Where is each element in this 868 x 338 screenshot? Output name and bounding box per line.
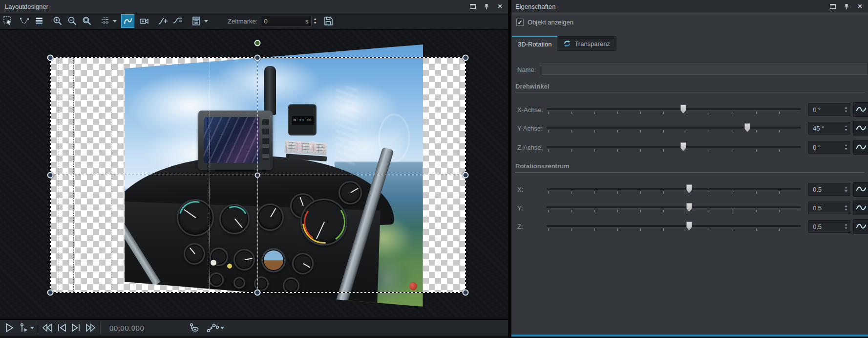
selection-handle-bottom-right[interactable] (463, 290, 469, 296)
selection-handle-middle-right[interactable] (463, 172, 469, 179)
gauge (256, 203, 284, 231)
play-from-marker-button[interactable] (19, 321, 29, 334)
selection-handle-bottom-left[interactable] (47, 290, 54, 296)
slider-track[interactable] (547, 146, 801, 148)
camera-tool-button[interactable] (137, 14, 150, 28)
zentrum-y-slider[interactable] (547, 202, 801, 214)
slider-ticks (548, 149, 801, 152)
value-stepper[interactable]: ▲▼ (842, 223, 850, 230)
x-achse-slider[interactable] (547, 103, 801, 116)
close-icon[interactable]: ✕ (497, 3, 503, 9)
slider-track[interactable] (547, 225, 801, 227)
motion-path-tool-button[interactable] (121, 14, 134, 28)
play-options-dropdown-icon[interactable] (30, 327, 34, 329)
animation-curve-button[interactable] (853, 182, 868, 197)
name-input[interactable] (542, 63, 868, 75)
z-achse-value-box[interactable]: 0 ° ▲▼ (808, 141, 850, 154)
keyframe-path-button[interactable] (207, 321, 219, 334)
zentrum-z-value-box[interactable]: 0.5 ▲▼ (808, 220, 850, 233)
gauge (254, 276, 269, 291)
value-stepper[interactable]: ▲▼ (842, 204, 850, 211)
value-stepper[interactable]: ▲▼ (842, 186, 850, 193)
step-down-icon[interactable]: ▼ (313, 22, 317, 24)
row-label: Y-Achse: (517, 125, 543, 132)
section-title-drehwinkel: Drehwinkel (515, 83, 549, 90)
object-list-button[interactable] (190, 14, 203, 28)
selection-handle-top-right[interactable] (463, 55, 469, 61)
gauge (177, 199, 214, 236)
remove-keyframe-button[interactable] (171, 14, 184, 28)
slider-ticks (548, 228, 801, 231)
keyframe-options-dropdown-icon[interactable] (220, 327, 224, 329)
value-stepper[interactable]: ▲▼ (842, 144, 850, 151)
go-to-start-button[interactable] (56, 321, 67, 334)
gps-buttons (262, 119, 269, 160)
zeitmarke-input[interactable] (261, 18, 305, 25)
y-achse-value-box[interactable]: 45 ° ▲▼ (808, 122, 850, 135)
selection-handle-middle-left[interactable] (47, 172, 54, 179)
zentrum-x-value-box[interactable]: 0.5 ▲▼ (808, 183, 850, 196)
zoom-out-button[interactable] (65, 14, 79, 28)
zentrum-z-slider[interactable] (547, 220, 801, 233)
maximize-icon[interactable] (469, 3, 476, 9)
show-marker-button[interactable] (188, 321, 200, 334)
go-to-end-button[interactable] (70, 321, 82, 334)
zentrum-z-row: Z: 0.5 ▲▼ (511, 220, 868, 233)
add-keyframe-button[interactable] (156, 14, 169, 28)
close-icon[interactable]: ✕ (857, 3, 863, 9)
fast-forward-button[interactable] (85, 321, 97, 334)
object-list-dropdown-icon[interactable] (204, 20, 208, 23)
value-stepper[interactable]: ▲▼ (842, 125, 850, 132)
cockpit-image-object[interactable]: N 33 30 (125, 45, 423, 307)
zoom-fit-button[interactable] (80, 14, 93, 28)
slider-track[interactable] (547, 188, 801, 190)
gps-screen-glare (204, 117, 259, 163)
section-divider (515, 172, 865, 173)
zentrum-x-slider[interactable] (547, 183, 801, 196)
animation-curve-button[interactable] (853, 102, 868, 117)
animation-curve-button[interactable] (853, 121, 868, 135)
animation-curve-button[interactable] (853, 219, 868, 234)
selection-handle-top-center[interactable] (254, 55, 261, 61)
panel-splitter[interactable] (508, 0, 511, 338)
selection-handle-top-left[interactable] (47, 55, 54, 61)
eigenschaften-panel: Eigenschaften ✕ ✓ Objekt anzeigen 3D-Rot… (511, 0, 868, 338)
maximize-icon[interactable] (829, 3, 836, 9)
curve-edit-tool-button[interactable] (18, 14, 31, 28)
zeitmarke-stepper[interactable]: ▲ ▼ (313, 18, 317, 24)
pin-icon[interactable] (483, 3, 489, 9)
rotation-handle[interactable] (254, 40, 261, 46)
slider-track[interactable] (547, 206, 801, 208)
grid-tool-button[interactable] (99, 14, 112, 28)
show-object-checkbox[interactable]: ✓ (516, 19, 524, 26)
zoom-in-button[interactable] (51, 14, 64, 28)
guide-line-dotted (210, 58, 210, 293)
step-up-icon[interactable]: ▲ (313, 18, 317, 21)
y-achse-slider[interactable] (547, 122, 801, 135)
slider-track[interactable] (547, 127, 801, 129)
x-achse-value-box[interactable]: 0 ° ▲▼ (808, 103, 850, 116)
selection-handle-bottom-center[interactable] (254, 290, 261, 296)
rewind-button[interactable] (41, 321, 53, 334)
z-achse-slider[interactable] (547, 141, 801, 154)
step-up-icon: ▲ (845, 125, 848, 128)
tab-3d-rotation[interactable]: 3D-Rotation (512, 36, 557, 51)
layoutdesigner-titlebar: Layoutdesigner ✕ (0, 0, 508, 13)
layers-tool-button[interactable] (32, 14, 45, 28)
slider-track[interactable] (547, 108, 801, 110)
save-button[interactable] (321, 14, 335, 28)
step-up-icon: ▲ (845, 106, 848, 109)
layout-canvas[interactable]: N 33 30 (0, 30, 508, 317)
animation-curve-button[interactable] (853, 201, 868, 215)
play-button[interactable] (4, 321, 15, 334)
animation-curve-button[interactable] (853, 140, 868, 155)
airspeed-gauge (300, 199, 347, 246)
grid-dropdown-icon[interactable] (113, 20, 117, 23)
rotation-center-marker[interactable] (255, 173, 260, 178)
tab-transparenz[interactable]: Transparenz (557, 36, 616, 51)
zentrum-y-value-box[interactable]: 0.5 ▲▼ (808, 202, 850, 214)
pin-icon[interactable] (843, 3, 849, 9)
value-stepper[interactable]: ▲▼ (842, 106, 850, 113)
panel-knob-yellow (227, 264, 232, 269)
select-tool-button[interactable] (1, 14, 15, 28)
